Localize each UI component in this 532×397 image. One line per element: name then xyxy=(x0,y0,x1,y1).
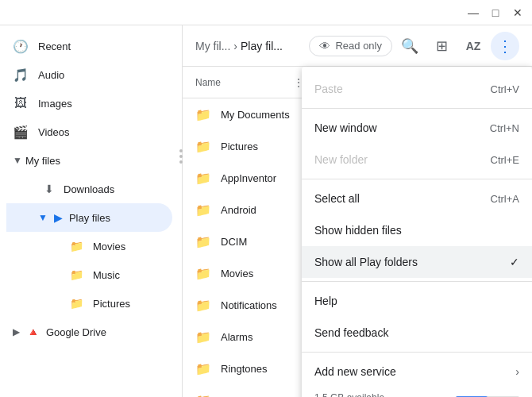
eye-icon: 👁 xyxy=(319,40,330,52)
sidebar-item-play-files[interactable]: ▼ ▶ Play files xyxy=(6,203,172,232)
myfiles-expand-icon: ▼ xyxy=(13,155,22,166)
checkmark-icon: ✓ xyxy=(510,256,519,268)
file-name: AppInventor xyxy=(221,172,313,184)
menu-item-add-service[interactable]: Add new service › xyxy=(302,356,532,387)
new-folder-shortcut: Ctrl+E xyxy=(491,154,519,166)
sidebar-label-music: Music xyxy=(93,269,120,281)
music-folder-icon: 📁 xyxy=(70,268,83,281)
grid-view-button[interactable]: ⊞ xyxy=(427,32,456,60)
audio-icon: 🎵 xyxy=(13,67,29,83)
sidebar-label-pictures: Pictures xyxy=(93,298,130,310)
play-files-expand-icon: ▼ xyxy=(38,212,48,223)
content-area: My fil... › Play fil... 👁 Read only 🔍 ⊞ … xyxy=(183,25,532,397)
main-layout: 🕐 Recent 🎵 Audio 🖼 Images 🎬 Videos ▼ My … xyxy=(0,25,532,397)
sidebar-label-myfiles: My files xyxy=(25,155,60,167)
recent-icon: 🕐 xyxy=(13,39,29,54)
folder-icon: 📁 xyxy=(195,202,211,218)
show-hidden-label: Show hidden files xyxy=(314,224,402,237)
title-bar: — □ ✕ xyxy=(0,0,532,25)
myfiles-children: ⬇ Downloads ▼ ▶ Play files 📁 Movies 📁 Mu… xyxy=(0,175,182,318)
context-menu: Paste Ctrl+V New window Ctrl+N New folde… xyxy=(302,67,532,397)
sidebar-item-audio[interactable]: 🎵 Audio xyxy=(0,60,172,89)
sort-icon: AZ xyxy=(466,40,481,52)
google-drive-icon: 🔺 xyxy=(26,326,40,338)
folder-icon: 📁 xyxy=(195,298,211,313)
breadcrumb: My fil... › Play fil... xyxy=(195,40,303,52)
new-window-label: New window xyxy=(314,121,377,134)
sidebar-item-videos[interactable]: 🎬 Videos xyxy=(0,118,172,146)
menu-divider-2 xyxy=(302,179,532,179)
folder-icon: 📁 xyxy=(195,330,211,345)
menu-item-feedback[interactable]: Send feedback xyxy=(302,317,532,349)
sort-button[interactable]: AZ xyxy=(459,32,488,60)
play-files-icon: ▶ xyxy=(54,211,63,224)
google-drive-expand-icon: ▶ xyxy=(13,326,20,337)
sidebar-item-music[interactable]: 📁 Music xyxy=(19,260,172,289)
toolbar-actions: 👁 Read only 🔍 ⊞ AZ ⋮ xyxy=(309,32,519,60)
sidebar-item-pictures[interactable]: 📁 Pictures xyxy=(19,289,172,318)
search-button[interactable]: 🔍 xyxy=(395,32,424,60)
sidebar-item-movies[interactable]: 📁 Movies xyxy=(19,232,172,260)
sidebar-section-myfiles[interactable]: ▼ My files xyxy=(0,146,182,175)
add-service-label: Add new service xyxy=(314,365,396,378)
more-options-button[interactable]: ⋮ xyxy=(491,32,519,60)
menu-item-show-hidden[interactable]: Show hidden files xyxy=(302,214,532,246)
more-icon: ⋮ xyxy=(497,37,513,56)
new-folder-label: New folder xyxy=(314,153,368,166)
menu-item-select-all[interactable]: Select all Ctrl+A xyxy=(302,183,532,214)
pictures-folder-icon: 📁 xyxy=(70,297,83,310)
sidebar-label-audio: Audio xyxy=(38,69,64,81)
maximize-button[interactable]: □ xyxy=(484,2,507,24)
file-name: Ringtones xyxy=(221,363,313,375)
breadcrumb-parent[interactable]: My fil... xyxy=(195,40,230,52)
sidebar: 🕐 Recent 🎵 Audio 🖼 Images 🎬 Videos ▼ My … xyxy=(0,25,183,397)
menu-footer: 1.5 GB available xyxy=(302,387,532,397)
menu-divider-3 xyxy=(302,281,532,282)
sidebar-label-downloads: Downloads xyxy=(64,183,114,195)
images-icon: 🖼 xyxy=(13,96,29,110)
downloads-icon: ⬇ xyxy=(44,183,54,195)
sidebar-label-google-drive: Google Drive xyxy=(46,326,106,338)
help-label: Help xyxy=(314,295,337,307)
file-name: Notifications xyxy=(221,299,313,311)
read-only-badge[interactable]: 👁 Read only xyxy=(309,36,392,56)
sidebar-label-recent: Recent xyxy=(38,40,71,52)
sidebar-item-google-drive[interactable]: ▶ 🔺 Google Drive xyxy=(0,318,182,346)
col-name-header: Name xyxy=(195,77,294,88)
folder-icon: 📁 xyxy=(195,234,211,249)
folder-icon: 📁 xyxy=(195,107,211,122)
folder-icon: 📁 xyxy=(195,266,211,281)
select-all-shortcut: Ctrl+A xyxy=(491,193,519,205)
folder-icon: 📁 xyxy=(195,171,211,186)
add-service-arrow-icon: › xyxy=(515,365,519,378)
sidebar-label-videos: Videos xyxy=(38,126,70,138)
search-icon: 🔍 xyxy=(401,37,418,55)
videos-icon: 🎬 xyxy=(13,125,29,140)
movies-folder-icon: 📁 xyxy=(70,240,83,252)
feedback-label: Send feedback xyxy=(314,326,388,339)
show-play-label: Show all Play folders xyxy=(314,256,418,268)
close-button[interactable]: ✕ xyxy=(507,2,529,24)
menu-item-show-play-folders[interactable]: Show all Play folders ✓ xyxy=(302,246,532,278)
sidebar-label-images: Images xyxy=(38,98,72,110)
sidebar-item-images[interactable]: 🖼 Images xyxy=(0,89,172,118)
menu-item-new-window[interactable]: New window Ctrl+N xyxy=(302,112,532,144)
sidebar-item-recent[interactable]: 🕐 Recent xyxy=(0,32,172,60)
folder-icon: 📁 xyxy=(195,361,211,376)
menu-item-new-folder: New folder Ctrl+E xyxy=(302,144,532,175)
file-name: Podcasts xyxy=(221,395,313,398)
file-name: Alarms xyxy=(221,331,313,343)
paste-shortcut: Ctrl+V xyxy=(491,83,519,95)
breadcrumb-current: Play fil... xyxy=(241,40,283,52)
paste-label: Paste xyxy=(314,83,343,95)
sidebar-item-downloads[interactable]: ⬇ Downloads xyxy=(6,175,172,203)
minimize-button[interactable]: — xyxy=(462,2,484,24)
folder-icon: 📁 xyxy=(195,393,211,398)
resize-handle[interactable] xyxy=(176,143,183,170)
menu-item-paste: Paste Ctrl+V xyxy=(302,73,532,105)
menu-divider-4 xyxy=(302,352,532,353)
menu-item-help[interactable]: Help xyxy=(302,285,532,317)
new-window-shortcut: Ctrl+N xyxy=(490,122,519,134)
file-name: My Documents xyxy=(221,109,313,121)
breadcrumb-sep: › xyxy=(233,40,237,52)
